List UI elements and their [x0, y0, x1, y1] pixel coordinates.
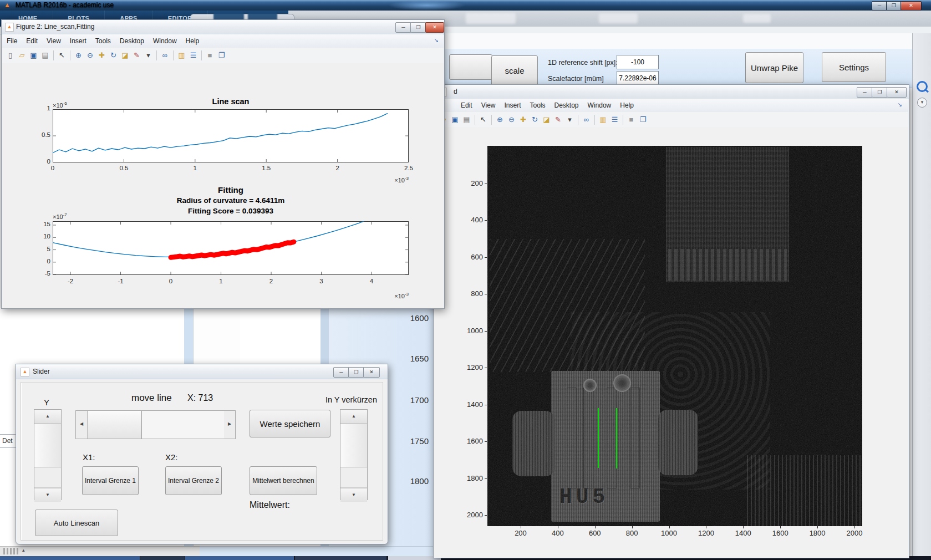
menu-help[interactable]: Help — [620, 101, 634, 109]
slider-up-arrow[interactable]: ▲ — [340, 410, 367, 424]
unwrap-pike-button[interactable]: Unwrap Pike — [745, 52, 803, 83]
menu-tools[interactable]: Tools — [95, 37, 111, 45]
dock-figure-icon[interactable]: ❐ — [216, 50, 227, 60]
menu-view[interactable]: View — [481, 101, 496, 109]
zoom-out-icon[interactable]: ⊖ — [85, 50, 95, 60]
slider-track[interactable] — [340, 467, 367, 488]
insert-legend-icon[interactable]: ☰ — [609, 115, 620, 125]
menu-tools[interactable]: Tools — [530, 101, 546, 109]
slider-right-arrow[interactable]: ▶ — [224, 411, 235, 439]
slider-down-arrow[interactable]: ▼ — [34, 488, 61, 502]
slider-left-arrow[interactable]: ◀ — [76, 411, 87, 439]
brush-dropdown-icon[interactable]: ▾ — [143, 50, 154, 60]
zoom-out-icon[interactable]: ⊖ — [506, 115, 517, 125]
slider-track[interactable] — [34, 467, 61, 488]
interval-grenze-2-button[interactable]: Interval Grenze 2 — [165, 466, 222, 495]
slider-down-arrow[interactable]: ▼ — [340, 488, 367, 502]
menu-insert[interactable]: Insert — [70, 37, 87, 45]
brush-icon[interactable]: ✎ — [553, 115, 563, 125]
taskbar-item[interactable] — [140, 556, 185, 560]
line-scan-plot[interactable] — [53, 109, 409, 162]
interval-grenze-1-button[interactable]: Interval Grenze 1 — [82, 466, 139, 495]
menu-insert[interactable]: Insert — [504, 101, 521, 109]
link-plots-icon[interactable]: ∞ — [160, 50, 170, 60]
settings-button[interactable]: Settings — [822, 52, 886, 82]
move-line-slider[interactable]: ◀ ▶ — [75, 410, 236, 439]
taskbar-item[interactable] — [0, 556, 140, 560]
slider-track[interactable] — [142, 411, 224, 439]
close-button[interactable]: ✕ — [901, 1, 922, 11]
rotate-3d-icon[interactable]: ↻ — [108, 50, 119, 60]
dock-arrow-icon[interactable]: ↘ — [434, 37, 439, 43]
auto-linescan-button[interactable]: Auto Linescan — [35, 510, 118, 536]
open-folder-icon[interactable]: ▱ — [17, 50, 27, 60]
minimize-button[interactable]: ─ — [333, 367, 349, 378]
data-cursor-icon[interactable]: ◪ — [541, 115, 552, 125]
insert-legend-icon[interactable]: ☰ — [188, 50, 199, 60]
data-cursor-icon[interactable]: ◪ — [120, 50, 130, 60]
y-slider-left[interactable]: ▲ ▼ — [34, 409, 62, 500]
link-plots-icon[interactable]: ∞ — [581, 115, 592, 125]
partial-button[interactable] — [449, 54, 492, 80]
menu-edit[interactable]: Edit — [461, 101, 472, 109]
menu-file[interactable]: File — [7, 37, 17, 45]
resize-grip[interactable] — [3, 548, 20, 554]
zoom-in-icon[interactable]: ⊕ — [73, 50, 84, 60]
cursor-icon[interactable]: ↖ — [57, 50, 67, 60]
menu-window[interactable]: Window — [588, 101, 612, 109]
menu-window[interactable]: Window — [153, 37, 177, 45]
werte-speichern-button[interactable]: Werte speichern — [250, 410, 330, 437]
interferogram-image[interactable]: HU5 — [487, 146, 862, 526]
panel-icon[interactable]: ■ — [626, 115, 637, 125]
measurement-line[interactable] — [598, 408, 599, 469]
menu-desktop[interactable]: Desktop — [554, 101, 579, 109]
menu-help[interactable]: Help — [186, 37, 200, 45]
menu-desktop[interactable]: Desktop — [120, 37, 144, 45]
right-figure-titlebar[interactable] — [434, 85, 909, 99]
close-button[interactable]: ✕ — [425, 22, 444, 33]
maximize-button[interactable]: ❐ — [348, 367, 364, 378]
y-slider-right[interactable]: ▲ ▼ — [340, 409, 368, 500]
new-document-icon[interactable]: ▯ — [5, 50, 16, 60]
search-icon[interactable] — [917, 81, 928, 92]
ref-shift-input[interactable] — [617, 55, 659, 69]
close-button[interactable]: ✕ — [887, 87, 907, 98]
measurement-line[interactable] — [616, 408, 617, 469]
maximize-button[interactable]: ❐ — [410, 22, 426, 33]
slider-up-arrow[interactable]: ▲ — [34, 410, 61, 424]
minimize-button[interactable]: ─ — [857, 87, 873, 98]
pan-icon[interactable]: ✚ — [96, 50, 107, 60]
zoom-in-icon[interactable]: ⊕ — [495, 115, 505, 125]
taskbar-item[interactable] — [295, 556, 386, 560]
slider-titlebar[interactable] — [16, 364, 388, 379]
scalefactor-input[interactable] — [617, 71, 659, 85]
minimize-button[interactable]: ─ — [395, 22, 411, 33]
rotate-3d-icon[interactable]: ↻ — [530, 115, 540, 125]
dock-arrow-icon[interactable]: ↘ — [898, 101, 902, 108]
save-icon[interactable]: ▣ — [450, 115, 460, 125]
grip-arrow-icon[interactable]: ▴ — [22, 547, 25, 553]
save-icon[interactable]: ▣ — [28, 50, 39, 60]
brush-icon[interactable]: ✎ — [131, 50, 142, 60]
print-icon[interactable]: ▤ — [40, 50, 50, 60]
close-button[interactable]: ✕ — [363, 367, 380, 378]
maximize-button[interactable]: ❐ — [886, 1, 902, 11]
fitting-plot[interactable] — [53, 221, 409, 275]
pan-icon[interactable]: ✚ — [518, 115, 528, 125]
chevron-down-icon[interactable]: ▾ — [917, 98, 927, 108]
colorbar-icon[interactable]: ▥ — [176, 50, 187, 60]
slider-thumb[interactable] — [340, 424, 367, 467]
maximize-button[interactable]: ❐ — [872, 87, 888, 98]
colorbar-icon[interactable]: ▥ — [598, 115, 608, 125]
mittelwert-berechnen-button[interactable]: Mittelwert berechnen — [250, 466, 317, 495]
print-icon[interactable]: ▤ — [461, 115, 472, 125]
scale-button[interactable]: scale — [491, 55, 538, 86]
menu-view[interactable]: View — [47, 37, 61, 45]
cursor-icon[interactable]: ↖ — [478, 115, 489, 125]
taskbar-item[interactable] — [185, 556, 294, 560]
brush-dropdown-icon[interactable]: ▾ — [564, 115, 575, 125]
minimize-button[interactable]: ─ — [872, 1, 887, 11]
slider-thumb[interactable] — [34, 424, 61, 467]
slider-thumb[interactable] — [87, 411, 142, 439]
dock-figure-icon[interactable]: ❐ — [638, 115, 648, 125]
